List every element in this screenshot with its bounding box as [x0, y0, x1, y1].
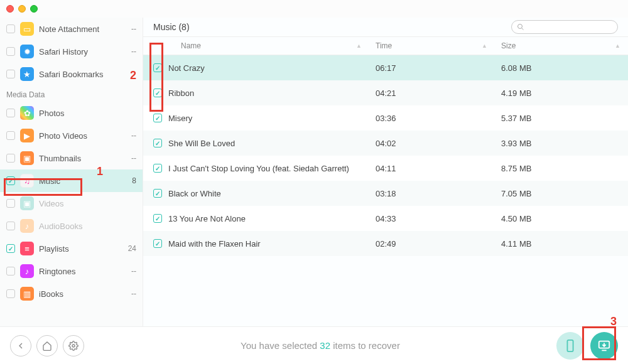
- sort-caret-icon: ▲: [356, 43, 362, 49]
- row-checkbox[interactable]: [153, 189, 162, 198]
- videos-icon: ▣: [20, 196, 34, 210]
- column-header-name[interactable]: Name▲: [143, 41, 369, 50]
- back-button[interactable]: [10, 335, 31, 356]
- gear-icon: [68, 341, 78, 351]
- sidebar-item[interactable]: ♫Music8: [0, 169, 143, 192]
- row-checkbox[interactable]: [153, 63, 162, 72]
- recover-to-device-button[interactable]: [556, 332, 584, 360]
- sort-caret-icon: ▲: [615, 43, 620, 49]
- table-body: Not Crazy06:176.08 MBRibbon04:214.19 MBM…: [143, 55, 628, 344]
- sidebar-checkbox[interactable]: [6, 154, 15, 163]
- row-checkbox[interactable]: [153, 139, 162, 147]
- cell-name: Maid with the Flaxen Hair: [168, 239, 369, 249]
- table-row[interactable]: Ribbon04:214.19 MB: [143, 80, 628, 105]
- table-row[interactable]: 13 You Are Not Alone04:334.50 MB: [143, 206, 628, 231]
- sidebar-checkbox[interactable]: [6, 244, 15, 253]
- row-checkbox[interactable]: [153, 164, 162, 173]
- pvideo-icon: ▶: [20, 129, 34, 142]
- sidebar-section-label: Media Data: [0, 85, 143, 102]
- recover-to-computer-button[interactable]: [590, 332, 618, 360]
- sidebar-item-label: Thumbnails: [39, 154, 131, 163]
- column-header-time[interactable]: Time▲: [369, 41, 495, 50]
- sidebar-item[interactable]: ▶Photo Videos--: [0, 124, 143, 147]
- cell-size: 3.93 MB: [495, 139, 628, 148]
- row-checkbox[interactable]: [153, 214, 162, 223]
- footer: You have selected 32 items to recover: [0, 326, 628, 364]
- sidebar-item[interactable]: ✿Photos: [0, 102, 143, 124]
- search-input[interactable]: [511, 20, 618, 34]
- note-icon: ▭: [20, 22, 34, 36]
- sidebar-item-count: --: [131, 131, 136, 140]
- sidebar-checkbox[interactable]: [6, 131, 15, 140]
- minimize-window-button[interactable]: [18, 5, 26, 13]
- sidebar-checkbox[interactable]: [6, 24, 15, 33]
- content-title: Music (8): [153, 22, 511, 32]
- cell-size: 4.50 MB: [495, 214, 628, 223]
- sidebar-checkbox[interactable]: [6, 199, 15, 208]
- cell-name: Misery: [168, 114, 369, 123]
- thumb-icon: ▣: [20, 151, 34, 165]
- cell-size: 7.05 MB: [495, 189, 628, 198]
- sidebar-item[interactable]: ▭Note Attachment--: [0, 18, 143, 40]
- ring-icon: ♪: [20, 264, 34, 278]
- sidebar-item-label: AudioBooks: [39, 222, 136, 231]
- cell-size: 5.37 MB: [495, 114, 628, 123]
- sidebar-checkbox[interactable]: [6, 222, 15, 230]
- cell-size: 8.75 MB: [495, 164, 628, 173]
- window-titlebar: [0, 0, 628, 18]
- sidebar-item-count: --: [131, 47, 136, 56]
- sidebar-item-label: Safari Bookmarks: [39, 70, 136, 79]
- cell-name: I Just Can't Stop Loving You (feat. Sied…: [168, 164, 369, 173]
- arrow-left-icon: [16, 341, 26, 351]
- sort-caret-icon: ▲: [482, 43, 487, 49]
- sidebar-checkbox[interactable]: [6, 289, 15, 298]
- sidebar-checkbox[interactable]: [6, 47, 15, 56]
- sidebar-item-count: 24: [128, 244, 136, 253]
- table-row[interactable]: She Will Be Loved04:023.93 MB: [143, 131, 628, 156]
- cell-name: 13 You Are Not Alone: [168, 214, 369, 223]
- table-row[interactable]: I Just Can't Stop Loving You (feat. Sied…: [143, 156, 628, 181]
- cell-name: She Will Be Loved: [168, 139, 369, 148]
- row-checkbox[interactable]: [153, 88, 162, 97]
- sidebar-item-label: Safari History: [39, 47, 131, 56]
- sidebar-checkbox[interactable]: [6, 267, 15, 276]
- table-row[interactable]: Maid with the Flaxen Hair02:494.11 MB: [143, 231, 628, 256]
- music-icon: ♫: [20, 174, 34, 188]
- sidebar-item[interactable]: ▥iBooks--: [0, 282, 143, 305]
- settings-button[interactable]: [63, 335, 84, 356]
- cell-time: 04:11: [369, 164, 495, 173]
- play-icon: ≡: [20, 242, 34, 255]
- audio-icon: ♪: [20, 219, 34, 233]
- table-row[interactable]: Black or White03:187.05 MB: [143, 181, 628, 206]
- sidebar-checkbox[interactable]: [6, 176, 15, 185]
- home-icon: [42, 341, 52, 351]
- row-checkbox[interactable]: [153, 239, 162, 248]
- status-text: You have selected 32 items to recover: [84, 340, 556, 351]
- table-row[interactable]: Misery03:365.37 MB: [143, 105, 628, 131]
- sidebar-item[interactable]: ▣Thumbnails--: [0, 147, 143, 169]
- selected-count: 32: [320, 340, 330, 351]
- cell-name: Black or White: [168, 189, 369, 198]
- column-header-size[interactable]: Size▲: [495, 41, 628, 50]
- sidebar-item[interactable]: ✹Safari History--: [0, 40, 143, 63]
- photos-icon: ✿: [20, 106, 34, 120]
- table-row[interactable]: Not Crazy06:176.08 MB: [143, 55, 628, 80]
- cell-name: Ribbon: [168, 88, 369, 98]
- row-checkbox[interactable]: [153, 114, 162, 122]
- sidebar-item: ▣Videos: [0, 192, 143, 215]
- sidebar-item[interactable]: ≡Playlists24: [0, 237, 143, 260]
- zoom-window-button[interactable]: [30, 5, 38, 13]
- sidebar-item-label: Videos: [39, 199, 136, 208]
- sidebar-item[interactable]: ★Safari Bookmarks: [0, 63, 143, 85]
- home-button[interactable]: [36, 335, 58, 356]
- search-icon: [517, 23, 524, 31]
- cell-size: 6.08 MB: [495, 63, 628, 73]
- sidebar-item-label: Photo Videos: [39, 131, 131, 141]
- sidebar-item[interactable]: ♪Ringtones--: [0, 260, 143, 282]
- cell-time: 04:02: [369, 139, 495, 148]
- close-window-button[interactable]: [6, 5, 14, 13]
- sidebar-checkbox[interactable]: [6, 109, 15, 117]
- sidebar-item-count: --: [131, 154, 136, 163]
- safari-icon: ★: [20, 67, 34, 81]
- sidebar-checkbox[interactable]: [6, 70, 15, 78]
